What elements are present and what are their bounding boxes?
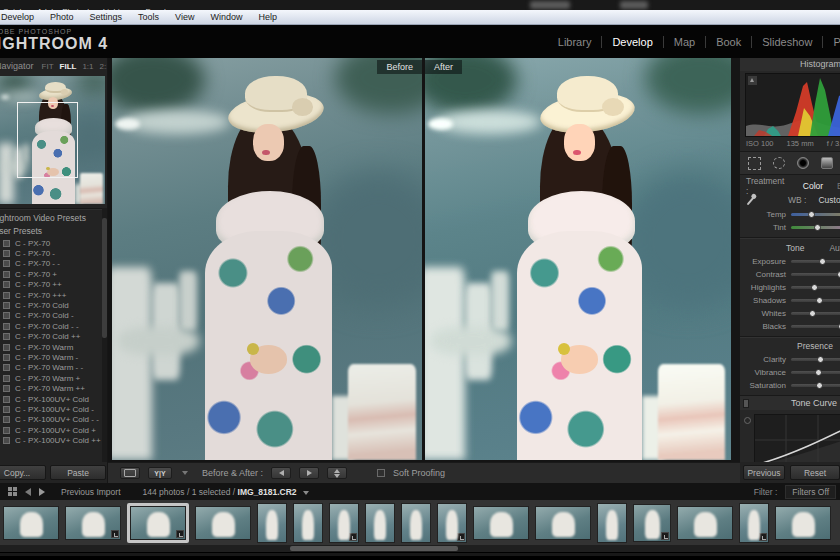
filmstrip-thumbnail[interactable]	[329, 503, 359, 543]
slider-track-shadows[interactable]	[791, 299, 840, 302]
slider-track-whites[interactable]	[791, 312, 840, 315]
red-eye-correction-icon[interactable]	[797, 157, 809, 169]
zoom-option-fit[interactable]: FIT	[42, 62, 54, 71]
paste-settings-button[interactable]: Paste	[50, 465, 106, 480]
slider-track-saturation[interactable]	[791, 384, 840, 387]
after-pane[interactable]: After	[425, 58, 731, 460]
preset-item[interactable]: C - PX-100UV+ Cold - -	[0, 415, 108, 425]
filter-dropdown[interactable]: Filters Off	[785, 485, 836, 499]
reset-button[interactable]: Reset	[790, 465, 840, 480]
preset-item[interactable]: C - PX-70 Cold - -	[0, 321, 108, 331]
menu-item-help[interactable]: Help	[250, 12, 285, 22]
panel-toggle-icon[interactable]	[743, 399, 749, 408]
filmstrip-source[interactable]: Previous Import	[61, 487, 121, 497]
module-book[interactable]: Book	[706, 36, 751, 48]
slider-track-clarity[interactable]	[791, 358, 840, 361]
filmstrip-scrollbar-thumb[interactable]	[290, 546, 458, 551]
navigator-view-rectangle[interactable]	[17, 102, 78, 179]
filmstrip-thumbnail[interactable]	[775, 506, 831, 540]
slider-track-contrast[interactable]	[791, 273, 840, 276]
slider-track-tint[interactable]	[791, 226, 840, 229]
filmstrip-thumbnail[interactable]	[293, 503, 323, 543]
filmstrip-thumbnail[interactable]	[597, 503, 627, 543]
slider-knob-exposure[interactable]	[819, 258, 826, 265]
preset-folder-lightroom-video-presets[interactable]: Lightroom Video Presets	[0, 212, 108, 225]
filmstrip-scrollbar[interactable]	[0, 545, 840, 552]
slider-knob-vibrance[interactable]	[815, 369, 822, 376]
preset-item[interactable]: C - PX-100UV+ Cold -	[0, 404, 108, 414]
slider-knob-highlights[interactable]	[811, 284, 818, 291]
preset-item[interactable]: C - PX-70	[0, 238, 108, 248]
filmstrip-status[interactable]: 144 photos / 1 selected / IMG_8181.CR2	[143, 487, 309, 497]
preset-item[interactable]: C - PX-70 Warm +	[0, 373, 108, 383]
menu-item-view[interactable]: View	[167, 12, 202, 22]
copy-after-to-before-icon[interactable]	[299, 467, 319, 479]
slider-track-vibrance[interactable]	[791, 371, 840, 374]
filmstrip-thumbnail[interactable]	[473, 506, 529, 540]
copy-settings-button[interactable]: Copy...	[0, 465, 46, 480]
filmstrip-thumbnail[interactable]	[3, 506, 59, 540]
module-slideshow[interactable]: Slideshow	[752, 36, 822, 48]
previous-button[interactable]: Previous	[743, 465, 785, 480]
before-after-view-icon[interactable]: Y|Y	[148, 467, 172, 479]
copy-before-to-after-icon[interactable]	[271, 467, 291, 479]
slider-knob-saturation[interactable]	[816, 382, 823, 389]
slider-track-exposure[interactable]	[791, 260, 840, 263]
preset-item[interactable]: C - PX-70 Warm -	[0, 352, 108, 362]
wb-value-dropdown[interactable]: Custom	[818, 195, 840, 205]
swap-before-after-icon[interactable]	[327, 467, 347, 479]
filmstrip-thumbnail[interactable]	[437, 503, 467, 543]
preset-item[interactable]: C - PX-100UV+ Cold +	[0, 425, 108, 435]
preset-item[interactable]: C - PX-70 Cold	[0, 300, 108, 310]
preset-item[interactable]: C - PX-70 - -	[0, 259, 108, 269]
presets-scrollbar-thumb[interactable]	[102, 218, 107, 338]
loupe-view-icon[interactable]	[120, 467, 140, 479]
soft-proofing-checkbox[interactable]	[377, 469, 385, 477]
preset-item[interactable]: C - PX-70 Warm	[0, 342, 108, 352]
spot-removal-icon[interactable]	[773, 157, 785, 169]
menu-item-develop[interactable]: Develop	[0, 12, 42, 22]
targeted-adjustment-icon[interactable]	[744, 417, 751, 424]
slider-knob-tint[interactable]	[814, 224, 821, 231]
module-develop[interactable]: Develop	[602, 36, 662, 48]
slider-knob-whites[interactable]	[809, 310, 816, 317]
preset-item[interactable]: C - PX-70 +++	[0, 290, 108, 300]
filmstrip-thumbnail[interactable]	[257, 503, 287, 543]
preset-item[interactable]: C - PX-100UV+ Cold ++	[0, 435, 108, 445]
slider-knob-contrast[interactable]	[837, 271, 840, 278]
menu-item-window[interactable]: Window	[202, 12, 250, 22]
filmstrip-thumbnail[interactable]	[535, 506, 591, 540]
auto-tone-button[interactable]: Auto	[829, 243, 840, 253]
preset-folder-user-presets[interactable]: User Presets	[0, 225, 108, 238]
slider-track-blacks[interactable]	[791, 325, 840, 328]
menu-item-tools[interactable]: Tools	[130, 12, 167, 22]
preset-item[interactable]: C - PX-70 ++	[0, 280, 108, 290]
shadow-clipping-indicator-icon[interactable]	[748, 76, 757, 85]
filmstrip-thumbnail[interactable]	[365, 503, 395, 543]
slider-knob-temp[interactable]	[808, 211, 815, 218]
crop-overlay-icon[interactable]	[748, 157, 761, 170]
tone-curve-header[interactable]: Tone Curve	[740, 395, 840, 410]
preset-item[interactable]: C - PX-70 Cold -	[0, 311, 108, 321]
histogram-graph[interactable]	[745, 73, 840, 137]
navigator-preview[interactable]	[0, 76, 105, 204]
module-map[interactable]: Map	[664, 36, 705, 48]
module-print[interactable]: Print	[823, 36, 840, 48]
chevron-down-icon[interactable]	[182, 471, 188, 475]
tone-curve-graph[interactable]	[754, 414, 840, 462]
histogram-header[interactable]: Histogram	[740, 58, 840, 71]
slider-track-temp[interactable]	[791, 213, 840, 216]
zoom-option-fill[interactable]: FILL	[60, 62, 77, 71]
menu-item-photo[interactable]: Photo	[42, 12, 82, 22]
filmstrip-thumbnail[interactable]	[739, 503, 769, 543]
menu-item-settings[interactable]: Settings	[82, 12, 131, 22]
filmstrip-thumbnail[interactable]	[195, 506, 251, 540]
grid-view-icon[interactable]	[8, 487, 17, 496]
preset-item[interactable]: C - PX-70 Cold ++	[0, 332, 108, 342]
preset-item[interactable]: C - PX-100UV+ Cold	[0, 394, 108, 404]
slider-knob-shadows[interactable]	[816, 297, 823, 304]
slider-knob-clarity[interactable]	[817, 356, 824, 363]
slider-track-highlights[interactable]	[791, 286, 840, 289]
zoom-option-1-1[interactable]: 1:1	[82, 62, 93, 71]
go-forward-icon[interactable]	[39, 488, 45, 496]
